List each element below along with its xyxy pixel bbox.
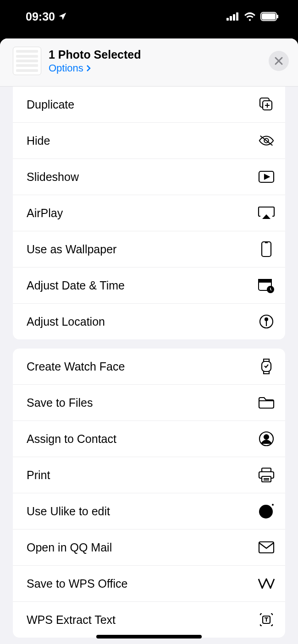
duplicate-icon: [258, 96, 275, 113]
svg-rect-3: [236, 12, 238, 21]
eye-slash-icon: [258, 132, 275, 149]
hide-item[interactable]: Hide: [13, 123, 285, 159]
adjust-location-item[interactable]: Adjust Location: [13, 304, 285, 339]
wps-office-item[interactable]: Save to WPS Office: [13, 566, 285, 602]
print-item[interactable]: Print: [13, 457, 285, 493]
actions-group-1: Duplicate Hide Slideshow AirPlay: [13, 87, 285, 339]
assign-contact-label: Assign to Contact: [27, 432, 116, 446]
print-label: Print: [27, 469, 50, 482]
save-files-item[interactable]: Save to Files: [13, 385, 285, 421]
qq-mail-item[interactable]: Open in QQ Mail: [13, 529, 285, 566]
wallpaper-label: Use as Wallpaper: [27, 243, 116, 256]
location-pin-icon: [258, 313, 275, 330]
wps-office-label: Save to WPS Office: [27, 577, 127, 590]
airplay-label: AirPlay: [27, 207, 63, 220]
svg-point-19: [264, 435, 269, 439]
phone-icon: [258, 240, 275, 258]
ulike-icon: [258, 502, 275, 520]
wps-extract-item[interactable]: WPS Extract Text: [13, 602, 285, 638]
svg-rect-1: [230, 16, 232, 21]
printer-icon: [258, 466, 275, 484]
svg-rect-5: [262, 13, 276, 20]
airplay-icon: [258, 204, 275, 222]
assign-contact-item[interactable]: Assign to Contact: [13, 421, 285, 457]
svg-rect-2: [233, 14, 235, 21]
watch-icon: [258, 358, 275, 375]
actions-group-2: Create Watch Face Save to Files Assign t…: [13, 349, 285, 638]
duplicate-label: Duplicate: [27, 98, 74, 111]
text-extract-icon: [258, 611, 275, 628]
wps-extract-label: WPS Extract Text: [27, 613, 116, 627]
svg-rect-13: [259, 279, 271, 282]
hide-label: Hide: [27, 134, 50, 147]
svg-rect-20: [262, 468, 271, 472]
adjust-date-item[interactable]: Adjust Date & Time: [13, 267, 285, 304]
svg-rect-11: [262, 242, 271, 257]
calendar-clock-icon: [258, 277, 275, 294]
slideshow-label: Slideshow: [27, 170, 79, 184]
status-time: 09:30: [26, 10, 55, 23]
wallpaper-item[interactable]: Use as Wallpaper: [13, 231, 285, 267]
adjust-date-label: Adjust Date & Time: [27, 279, 125, 292]
svg-rect-0: [226, 18, 229, 21]
options-button[interactable]: Options: [49, 62, 269, 74]
wps-icon: [258, 575, 275, 592]
options-label: Options: [49, 62, 83, 74]
ulike-item[interactable]: Use Ulike to edit: [13, 493, 285, 529]
location-icon: [58, 12, 67, 21]
close-icon: [274, 56, 283, 65]
ulike-label: Use Ulike to edit: [27, 505, 110, 518]
slideshow-item[interactable]: Slideshow: [13, 159, 285, 195]
sheet-title: 1 Photo Selected: [49, 48, 269, 61]
sheet-header: 1 Photo Selected Options: [0, 38, 298, 87]
watch-face-label: Create Watch Face: [27, 360, 125, 373]
battery-icon: [260, 12, 279, 21]
home-indicator[interactable]: [96, 635, 202, 639]
svg-point-23: [259, 505, 273, 518]
photo-thumbnail[interactable]: [13, 47, 41, 75]
envelope-icon: [258, 539, 275, 556]
share-sheet: 1 Photo Selected Options Duplicate Hide: [0, 38, 298, 644]
wifi-icon: [244, 12, 256, 21]
chevron-right-icon: [86, 65, 91, 72]
save-files-label: Save to Files: [27, 396, 93, 409]
person-circle-icon: [258, 430, 275, 448]
duplicate-item[interactable]: Duplicate: [13, 87, 285, 123]
close-button[interactable]: [269, 51, 289, 71]
svg-rect-25: [259, 542, 274, 553]
play-square-icon: [258, 168, 275, 186]
watch-face-item[interactable]: Create Watch Face: [13, 349, 285, 385]
folder-icon: [258, 394, 275, 411]
svg-rect-6: [277, 15, 278, 18]
adjust-location-label: Adjust Location: [27, 315, 105, 328]
svg-point-24: [272, 504, 274, 506]
qq-mail-label: Open in QQ Mail: [27, 541, 112, 554]
status-bar: 09:30: [0, 0, 298, 33]
airplay-item[interactable]: AirPlay: [13, 195, 285, 231]
cellular-icon: [226, 12, 239, 21]
svg-point-16: [265, 318, 268, 321]
